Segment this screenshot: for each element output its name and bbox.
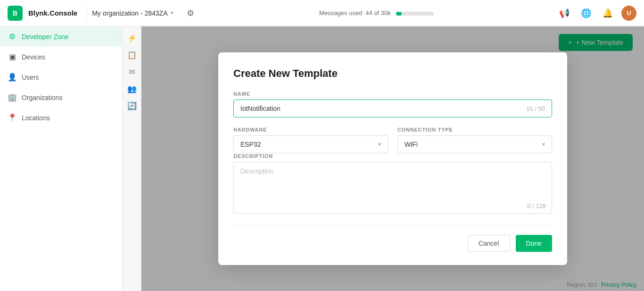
name-label: NAME [233, 91, 552, 97]
locations-icon: 📍 [8, 113, 17, 122]
main-content: ⚡ 📋 ✉ 👥 🔄 + + New Template Create [123, 26, 644, 291]
sidebar-item-organizations[interactable]: 🏢 Organizations [0, 87, 122, 108]
devices-icon: ▣ [8, 52, 17, 61]
hardware-label: HARDWARE [233, 127, 388, 133]
globe-icon[interactable]: 🌐 [578, 5, 594, 21]
top-navigation: B Blynk.Console My organization - 2843ZA… [0, 0, 644, 26]
sidebar-item-users[interactable]: 👤 Users [0, 67, 122, 87]
org-selector[interactable]: My organization - 2843ZA ▾ [87, 7, 178, 20]
description-label: DESCRIPTION [233, 153, 552, 159]
users-icon: 👤 [8, 73, 17, 82]
modal-footer: Cancel Done [233, 225, 552, 252]
settings-button[interactable]: ⚙ [184, 5, 197, 21]
main-layout: ⚙ Developer Zone › ▣ Devices 👤 Users 🏢 O… [0, 26, 644, 291]
megaphone-icon[interactable]: 📢 [556, 5, 572, 21]
hardware-value: ESP32 [240, 141, 261, 148]
done-button[interactable]: Done [516, 235, 552, 252]
connection-type-select[interactable]: WiFi ▾ [397, 135, 552, 153]
chevron-right-icon: › [113, 34, 115, 40]
logo-icon: B [8, 6, 23, 21]
modal-title: Create New Template [233, 67, 552, 80]
sub-icon-2[interactable]: 📋 [124, 47, 140, 62]
description-textarea-wrapper[interactable]: Description 0 / 128 [233, 162, 552, 214]
name-field-group: NAME 15 / 50 [233, 91, 552, 117]
sidebar-item-label: Developer Zone [22, 33, 108, 41]
connection-type-value: WiFi [405, 141, 418, 148]
sub-icon-4[interactable]: 👥 [124, 81, 140, 96]
hardware-connection-row: HARDWARE ESP32 ▾ CONNECTION TYPE WiFi [233, 127, 552, 153]
sidebar: ⚙ Developer Zone › ▣ Devices 👤 Users 🏢 O… [0, 26, 123, 291]
description-field-group: DESCRIPTION Description 0 / 128 [233, 153, 552, 214]
hardware-col: HARDWARE ESP32 ▾ [233, 127, 388, 153]
organizations-icon: 🏢 [8, 93, 17, 102]
bell-icon[interactable]: 🔔 [600, 5, 616, 21]
sidebar-item-devices[interactable]: ▣ Devices [0, 47, 122, 67]
sidebar-item-locations[interactable]: 📍 Locations [0, 108, 122, 128]
sub-icon-1[interactable]: ⚡ [124, 30, 140, 45]
name-input-wrapper: 15 / 50 [233, 100, 552, 117]
sub-icon-3[interactable]: ✉ [124, 64, 140, 79]
sub-icon-5[interactable]: 🔄 [124, 98, 140, 113]
logo-text: Blynk.Console [28, 9, 77, 17]
sidebar-item-label: Devices [22, 53, 115, 61]
name-input[interactable] [240, 105, 526, 112]
name-char-count: 15 / 50 [526, 105, 545, 112]
org-name: My organization - 2843ZA [92, 9, 167, 17]
description-placeholder: Description [240, 167, 273, 175]
sidebar-item-label: Locations [22, 114, 115, 122]
messages-usage: Messages used: 44 of 30k [319, 9, 434, 17]
org-chevron-icon: ▾ [171, 10, 173, 16]
connection-type-chevron-icon: ▾ [542, 141, 545, 148]
avatar[interactable]: U [621, 6, 636, 21]
sidebar-item-label: Users [22, 74, 115, 81]
sub-sidebar: ⚡ 📋 ✉ 👥 🔄 [123, 26, 141, 291]
modal-overlay: Create New Template NAME 15 / 50 [141, 26, 644, 291]
connection-type-col: CONNECTION TYPE WiFi ▾ [397, 127, 552, 153]
cancel-button[interactable]: Cancel [468, 235, 510, 252]
nav-left: B Blynk.Console My organization - 2843ZA… [8, 5, 197, 21]
sidebar-item-developer-zone[interactable]: ⚙ Developer Zone › [0, 26, 122, 47]
nav-right: 📢 🌐 🔔 U [556, 5, 636, 21]
description-char-count: 0 / 128 [527, 202, 546, 209]
hardware-select[interactable]: ESP32 ▾ [233, 135, 388, 153]
hardware-chevron-icon: ▾ [378, 141, 381, 148]
developer-zone-icon: ⚙ [8, 32, 17, 41]
connection-type-label: CONNECTION TYPE [397, 127, 552, 133]
sidebar-item-label: Organizations [22, 94, 115, 101]
create-template-modal: Create New Template NAME 15 / 50 [218, 52, 567, 265]
